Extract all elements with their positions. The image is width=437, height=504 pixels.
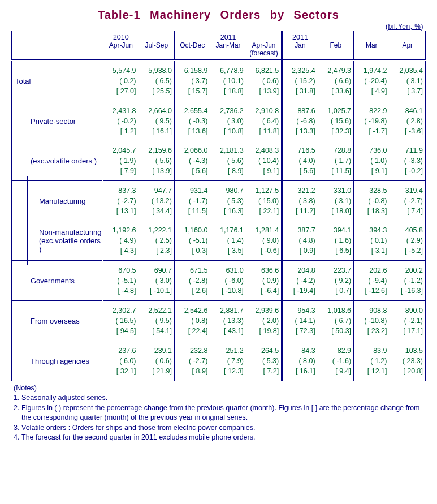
data-cell: 6,778.9( 10.1)[ 18.8] [210, 61, 246, 101]
notes-list: Seasonally adjusted series.Figures in ( … [21, 393, 426, 442]
row-label-overseas: From overseas [12, 301, 103, 341]
col-header: Jul-Sep [139, 31, 174, 61]
data-cell: 2,542.6( 0.8)[ 22.4] [174, 301, 210, 341]
data-cell: 394.3( 0.1)[ 3.1] [354, 221, 390, 261]
data-cell: 223.7( 9.2)[ 0.7] [318, 261, 353, 301]
data-cell: 636.6( 0.9)[ -6.4] [246, 261, 282, 301]
data-cell: 954.3( 14.1)[ 72.3] [282, 301, 318, 341]
row-label-nonmfg: Non-manufacturing(exc.volatile orders ) [12, 221, 103, 261]
col-header: Oct-Dec [174, 31, 210, 61]
data-cell: 2,664.0( 9.5)[ 16.1] [139, 101, 174, 141]
note-item: The forecast for the second quarter in 2… [21, 433, 426, 442]
data-cell: 837.3( -2.7)[ 13.1] [103, 181, 139, 221]
data-cell: 84.3( 8.0)[ 16.1] [282, 341, 318, 381]
data-cell: 2,655.4( -0.3)[ 13.6] [174, 101, 210, 141]
col-header: 2011Jan [282, 31, 318, 61]
data-cell: 321.2( 3.8)[ 11.2] [282, 181, 318, 221]
data-cell: 2,881.7( 13.3)[ 43.1] [210, 301, 246, 341]
table-row: Governments670.5( -5.1)[ -4.8]690.7( 3.0… [12, 261, 426, 301]
data-cell: 405.8( 2.9)[ -5.2] [390, 221, 426, 261]
col-header: Apr-Jun(forecast) [246, 31, 282, 61]
row-label-private_ex: (exc.volatile orders ) [12, 141, 103, 181]
data-cell: 670.5( -5.1)[ -4.8] [103, 261, 139, 301]
table-row: Non-manufacturing(exc.volatile orders )1… [12, 221, 426, 261]
data-cell: 328.5( -0.8)[ 18.3] [354, 181, 390, 221]
data-cell: 2,045.7( 1.9)[ 7.9] [103, 141, 139, 181]
data-cell: 251.2( 7.9)[ 12.3] [210, 341, 246, 381]
data-cell: 2,408.3( 10.4)[ 9.1] [246, 141, 282, 181]
data-cell: 887.6( -6.8)[ 13.3] [282, 101, 318, 141]
page-title: Table-1 Machinery Orders by Sectors [11, 8, 426, 21]
row-label-total: Total [12, 61, 103, 101]
data-cell: 631.0( -6.0)[ -10.8] [210, 261, 246, 301]
data-cell: 2,181.3( 5.6)[ 8.9] [210, 141, 246, 181]
data-cell: 2,736.2( 3.0)[ 10.8] [210, 101, 246, 141]
data-cell: 200.2( -1.2)[ -16.3] [390, 261, 426, 301]
data-cell: 103.5( 23.3)[ 20.8] [390, 341, 426, 381]
data-cell: 2,939.6( 2.0)[ 19.8] [246, 301, 282, 341]
data-cell: 83.9( 1.2)[ 12.1] [354, 341, 390, 381]
data-cell: 2,479.3( 6.6)[ 33.6] [318, 61, 353, 101]
data-cell: 232.8( -2.7)[ 8.9] [174, 341, 210, 381]
data-cell: 2,910.8( 6.4)[ 11.8] [246, 101, 282, 141]
data-cell: 204.8( -4.2)[ -19.4] [282, 261, 318, 301]
note-item: Volatile orders : Orders for ships and t… [21, 423, 426, 433]
data-cell: 1,160.0( -5.1)[ 0.3] [174, 221, 210, 261]
data-cell: 736.0( 1.0)[ 9.1] [354, 141, 390, 181]
col-header: 2011Jan-Mar [210, 31, 246, 61]
row-label-agencies: Through agencies [12, 341, 103, 381]
table-body: Total5,574.9( 0.2)[ 27.0]5,938.0( 6.5)[ … [12, 61, 426, 381]
unit-label: (bil.Yen, %) [11, 23, 426, 31]
data-cell: 728.8( 1.7)[ 11.5] [318, 141, 353, 181]
data-cell: 264.5( 5.3)[ 7.2] [246, 341, 282, 381]
data-cell: 1,127.5( 15.0)[ 22.1] [246, 181, 282, 221]
col-header: Apr [390, 31, 426, 61]
col-header: 2010Apr-Jun [103, 31, 139, 61]
data-cell: 82.9( -1.6)[ 9.4] [318, 341, 353, 381]
row-label-mfg: Manufacturing [12, 181, 103, 221]
data-cell: 6,821.5( 0.6)[ 13.9] [246, 61, 282, 101]
data-cell: 947.7( 13.2)[ 34.4] [139, 181, 174, 221]
table-row: From overseas2,302.7( 16.5)[ 94.5]2,522.… [12, 301, 426, 341]
data-cell: 1,281.4( 9.0)[ -0.6] [246, 221, 282, 261]
data-cell: 331.0( 3.1)[ 18.0] [318, 181, 353, 221]
data-cell: 908.8( -10.8)[ 23.2] [354, 301, 390, 341]
table-row: Manufacturing837.3( -2.7)[ 13.1]947.7( 1… [12, 181, 426, 221]
data-cell: 671.5( -2.8)[ 2.6] [174, 261, 210, 301]
data-cell: 319.4( -2.7)[ 7.4] [390, 181, 426, 221]
data-cell: 5,574.9( 0.2)[ 27.0] [103, 61, 139, 101]
data-cell: 2,159.6( 5.6)[ 13.9] [139, 141, 174, 181]
orders-table: 2010Apr-Jun Jul-Sep Oct-Dec2011Jan-Mar A… [11, 31, 426, 381]
data-cell: 5,938.0( 6.5)[ 25.5] [139, 61, 174, 101]
data-cell: 1,018.6( 6.7)[ 50.3] [318, 301, 353, 341]
table-row: (exc.volatile orders )2,045.7( 1.9)[ 7.9… [12, 141, 426, 181]
notes-header: (Notes) [14, 384, 426, 393]
data-cell: 1,176.1( 1.4)[ 3.5] [210, 221, 246, 261]
data-cell: 239.1( 0.6)[ 21.9] [139, 341, 174, 381]
col-header: Mar [354, 31, 390, 61]
data-cell: 931.4( -1.7)[ 11.5] [174, 181, 210, 221]
data-cell: 6,158.9( 3.7)[ 15.7] [174, 61, 210, 101]
data-cell: 2,066.0( -4.3)[ 5.6] [174, 141, 210, 181]
notes-block: (Notes) Seasonally adjusted series.Figur… [11, 384, 426, 442]
data-cell: 980.7( 5.3)[ 16.3] [210, 181, 246, 221]
row-label-private: Private-sector [12, 101, 103, 141]
data-cell: 890.0( -2.1)[ 17.1] [390, 301, 426, 341]
data-cell: 387.7( 4.8)[ 0.9] [282, 221, 318, 261]
header-stub [12, 31, 103, 61]
data-cell: 2,325.4( 15.2)[ 31.8] [282, 61, 318, 101]
data-cell: 2,035.4( 3.1)[ 3.7] [390, 61, 426, 101]
table-header: 2010Apr-Jun Jul-Sep Oct-Dec2011Jan-Mar A… [12, 31, 426, 61]
data-cell: 2,302.7( 16.5)[ 94.5] [103, 301, 139, 341]
row-label-gov: Governments [12, 261, 103, 301]
data-cell: 1,025.7( 15.6)[ 32.3] [318, 101, 353, 141]
col-header: Feb [318, 31, 353, 61]
data-cell: 711.9( -3.3)[ -0.2] [390, 141, 426, 181]
data-cell: 690.7( 3.0)[ -10.1] [139, 261, 174, 301]
data-cell: 1,192.6( 4.9)[ 4.3] [103, 221, 139, 261]
data-cell: 716.5( 4.0)[ 5.6] [282, 141, 318, 181]
note-item: Seasonally adjusted series. [21, 393, 426, 403]
data-cell: 846.1( 2.8)[ -3.6] [390, 101, 426, 141]
data-cell: 394.1( 1.6)[ 6.5] [318, 221, 353, 261]
table-row: Total5,574.9( 0.2)[ 27.0]5,938.0( 6.5)[ … [12, 61, 426, 101]
